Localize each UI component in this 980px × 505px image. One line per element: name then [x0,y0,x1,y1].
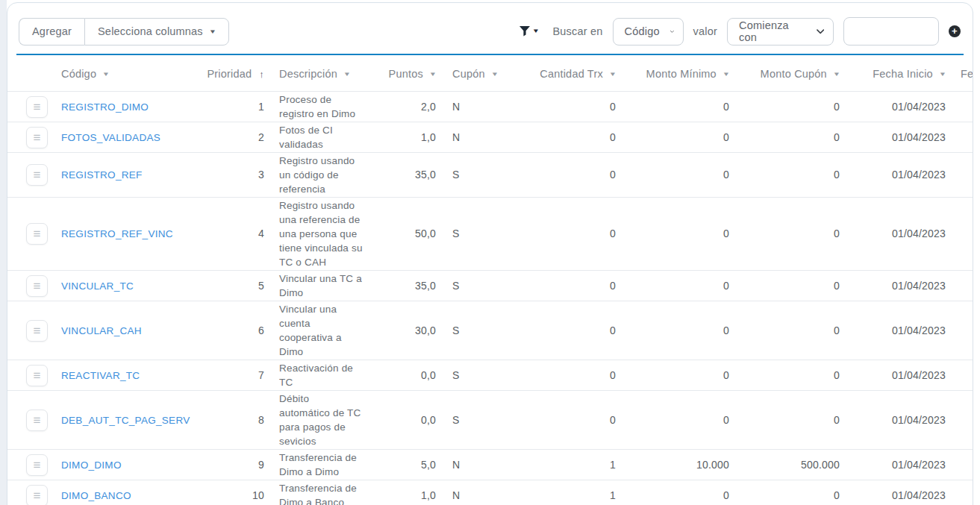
cell-row-menu: ≡ [7,271,60,301]
cell-text: 30,0 [415,324,436,336]
cell-cupon: S [443,153,515,198]
valor-label: valor [693,25,717,37]
cell-cantidad_trx: 0 [515,92,623,122]
cell-monto_cupon: 500.000 [737,450,847,480]
cell-row-menu: ≡ [7,391,60,450]
cell-puntos: 50,0 [375,198,443,271]
column-header-fecha_fin[interactable]: Fecha Fin▼ [953,55,973,92]
codigo-link[interactable]: VINCULAR_CAH [61,325,142,336]
cell-codigo: DIMO_DIMO [60,450,188,480]
column-header-label: Monto Cupón [761,68,827,80]
codigo-link[interactable]: REGISTRO_REF [61,169,143,181]
cell-text: 01/04/2023 [892,459,946,471]
search-field-value: Código [625,25,660,37]
column-sort-caret-icon: ▼ [102,71,110,78]
selecciona-columnas-button[interactable]: Selecciona columnas ▼ [84,18,229,46]
column-header-cantidad_trx[interactable]: Cantidad Trx▼ [515,55,623,92]
cell-text: 35,0 [415,280,436,292]
search-value-input[interactable] [843,17,939,46]
row-menu-button[interactable]: ≡ [26,275,48,297]
column-sort-caret-icon: ▼ [343,71,352,78]
cell-text: S [452,369,460,381]
row-menu-button[interactable]: ≡ [26,164,48,186]
cell-text: 2,0 [421,101,436,113]
table-container: Código▼Prioridad↑Descripción▼Puntos▼Cupó… [7,55,973,505]
cell-monto_minimo: 10.000 [623,450,737,480]
filter-menu-button[interactable]: ▼ [519,25,539,37]
codigo-link[interactable]: DEB_AUT_TC_PAG_SERV [61,415,190,426]
cell-fecha_inicio: 01/04/2023 [847,391,953,450]
cell-row-menu: ≡ [7,153,60,198]
row-menu-button[interactable]: ≡ [26,365,48,386]
agregar-button[interactable]: Agregar [19,18,84,46]
cell-text: 0 [610,101,616,113]
cell-text: 2 [258,131,264,143]
table-row: ≡REGISTRO_REF_VINC4Registro usando una r… [7,198,973,271]
cell-text: S [452,169,460,181]
column-header-label: Puntos [389,68,423,80]
cell-text: 8 [258,414,264,426]
cell-descripcion: Registro usando una referencia de una pe… [272,198,375,271]
codigo-link[interactable]: REGISTRO_DIMO [61,101,149,113]
cell-fecha_inicio: 01/04/2023 [847,92,953,122]
cell-text: 10.000 [696,459,729,471]
row-menu-button[interactable]: ≡ [26,485,48,505]
row-menu-button[interactable]: ≡ [26,127,48,148]
row-menu-button[interactable]: ≡ [26,454,48,476]
codigo-link[interactable]: FOTOS_VALIDADAS [61,132,160,143]
cell-monto_cupon: 0 [737,271,847,301]
column-header-fecha_inicio[interactable]: Fecha Inicio▼ [847,55,953,92]
row-menu-button[interactable]: ≡ [26,410,48,431]
cell-text: 0,0 [421,369,436,381]
cell-fecha_fin [953,360,973,391]
row-menu-button[interactable]: ≡ [26,96,48,118]
cell-codigo: REACTIVAR_TC [60,360,188,391]
cell-text: N [452,489,460,501]
column-header-puntos[interactable]: Puntos▼ [375,55,443,92]
cell-codigo: REGISTRO_REF_VINC [60,198,188,271]
codigo-link[interactable]: DIMO_DIMO [61,459,122,471]
cell-descripcion: Transferencia de Dimo a Dimo [272,450,375,480]
cell-prioridad: 7 [188,360,272,391]
cell-prioridad: 3 [188,153,272,198]
funnel-icon [519,25,531,37]
column-sort-caret-icon: ▼ [722,71,731,78]
search-operator-select[interactable]: Comienza con [727,18,834,46]
column-header-prioridad[interactable]: Prioridad↑ [188,55,272,92]
column-header-monto_cupon[interactable]: Monto Cupón▼ [737,55,847,92]
column-header-descripcion[interactable]: Descripción▼ [272,55,375,92]
codigo-link[interactable]: DIMO_BANCO [61,490,131,501]
codigo-link[interactable]: REACTIVAR_TC [61,370,140,381]
column-header-codigo[interactable]: Código▼ [60,55,188,92]
cell-text: 01/04/2023 [892,280,946,292]
cell-descripcion: Vincular una TC a Dimo [272,271,375,301]
codigo-link[interactable]: REGISTRO_REF_VINC [61,228,173,239]
cell-text: 5,0 [421,459,436,471]
cell-descripcion: Transferencia de Dimo a Banco [272,480,375,505]
cell-puntos: 35,0 [375,153,443,198]
cell-cantidad_trx: 0 [515,360,623,391]
cell-monto_minimo: 0 [623,271,737,301]
cell-text: N [452,131,460,143]
search-field-select[interactable]: Código [613,18,684,46]
cell-cantidad_trx: 0 [515,122,623,153]
codigo-link[interactable]: VINCULAR_TC [61,280,134,292]
cell-text: 0 [610,280,616,292]
row-menu-button[interactable]: ≡ [26,223,48,245]
row-menu-button[interactable]: ≡ [26,320,48,342]
cell-text: 0 [834,101,840,113]
caret-down-icon: ▼ [532,28,540,34]
plus-circle-icon[interactable]: + [949,25,961,37]
cell-monto_minimo: 0 [623,198,737,271]
cell-text: 6 [258,324,264,336]
column-header-monto_minimo[interactable]: Monto Mínimo▼ [623,55,737,92]
column-header-cupon[interactable]: Cupón▼ [443,55,515,92]
cell-monto_minimo: 0 [623,92,737,122]
cell-monto_cupon: 0 [737,92,847,122]
cell-text: Registro usando una referencia de una pe… [279,198,363,269]
cell-puntos: 1,0 [375,122,443,153]
cell-text: 3 [258,169,264,181]
cell-monto_cupon: 0 [737,153,847,198]
table-header-row: Código▼Prioridad↑Descripción▼Puntos▼Cupó… [7,55,973,92]
cell-text: 0 [834,169,840,181]
